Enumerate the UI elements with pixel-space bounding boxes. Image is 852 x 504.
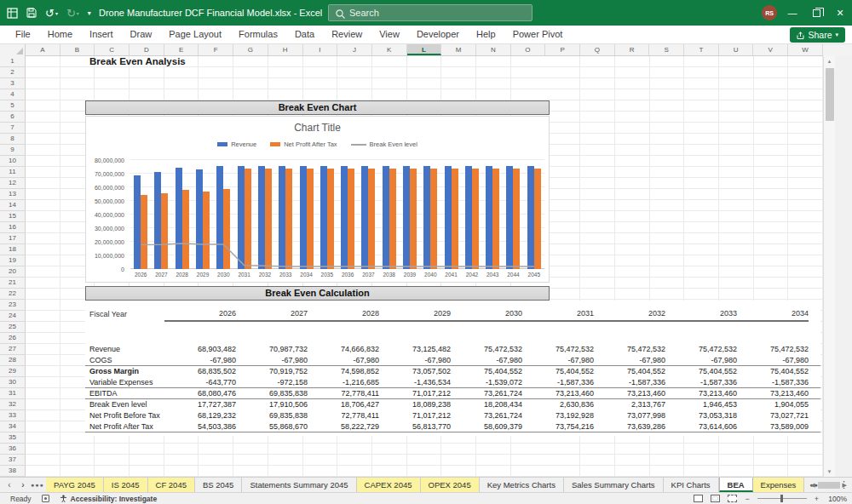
row-header-17[interactable]: 17	[0, 233, 26, 244]
table-cell[interactable]: 72,778,411	[308, 388, 379, 398]
column-header-F[interactable]: F	[199, 44, 233, 55]
table-cell[interactable]: 73,639,286	[594, 421, 665, 432]
zoom-in-button[interactable]: +	[815, 495, 819, 503]
row-header-21[interactable]: 21	[0, 278, 26, 289]
table-cell[interactable]: 73,077,998	[594, 410, 665, 421]
column-header-J[interactable]: J	[337, 44, 372, 55]
ribbon-tab-page-layout[interactable]: Page Layout	[160, 26, 230, 43]
hscroll-right-icon[interactable]: ▶	[843, 482, 847, 489]
row-header-35[interactable]: 35	[0, 432, 26, 444]
table-cell[interactable]: 73,053,318	[665, 410, 737, 421]
ribbon-tab-help[interactable]: Help	[468, 26, 504, 43]
table-cell[interactable]: 69,835,838	[236, 388, 308, 398]
column-header-P[interactable]: P	[545, 44, 580, 55]
row-header-9[interactable]: 9	[0, 145, 26, 156]
table-cell[interactable]: 68,080,476	[164, 388, 236, 398]
row-header-26[interactable]: 26	[0, 333, 26, 344]
column-header-V[interactable]: V	[753, 44, 788, 55]
table-cell[interactable]: 75,404,552	[522, 366, 594, 377]
zoom-level[interactable]: 100%	[826, 495, 847, 503]
share-button[interactable]: Share ▾	[790, 27, 845, 43]
table-cell[interactable]: 75,472,532	[451, 344, 522, 355]
row-header-23[interactable]: 23	[0, 300, 26, 311]
column-header-I[interactable]: I	[303, 44, 338, 55]
table-cell[interactable]: 73,192,928	[522, 410, 594, 421]
sheet-nav-right-icon[interactable]: ›	[17, 480, 29, 490]
zoom-slider-thumb[interactable]	[780, 495, 783, 502]
break-even-chart[interactable]: Chart Title RevenueNet Profit After TaxB…	[85, 116, 550, 283]
restore-button[interactable]	[804, 0, 828, 26]
row-header-38[interactable]: 38	[0, 466, 26, 477]
row-header-11[interactable]: 11	[0, 167, 26, 178]
sheet-nav-left-icon[interactable]: ‹	[3, 480, 15, 490]
ribbon-tab-insert[interactable]: Insert	[81, 26, 122, 43]
table-cell[interactable]: 68,835,502	[164, 366, 236, 377]
column-header-R[interactable]: R	[615, 44, 650, 55]
row-header-3[interactable]: 3	[0, 78, 26, 89]
page-break-view-button[interactable]	[728, 495, 737, 502]
column-header-U[interactable]: U	[719, 44, 754, 55]
table-cell[interactable]: 73,213,460	[522, 388, 594, 398]
table-cell[interactable]: 71,017,212	[379, 410, 451, 421]
table-cell[interactable]: 75,404,552	[451, 366, 522, 377]
table-cell[interactable]: 73,125,482	[379, 344, 451, 355]
table-cell[interactable]: 69,835,838	[236, 410, 308, 421]
table-cell[interactable]: 73,589,009	[737, 421, 809, 432]
table-cell[interactable]: 58,609,379	[451, 421, 522, 432]
column-header-N[interactable]: N	[476, 44, 511, 55]
minimize-button[interactable]: —	[780, 0, 804, 26]
table-cell[interactable]: -1,216,685	[308, 377, 379, 387]
table-cell[interactable]: 73,213,460	[594, 388, 665, 398]
ribbon-tab-developer[interactable]: Developer	[408, 26, 468, 43]
table-cell[interactable]: -67,980	[451, 355, 522, 365]
zoom-out-button[interactable]: −	[745, 495, 749, 503]
row-header-28[interactable]: 28	[0, 355, 26, 366]
row-header-20[interactable]: 20	[0, 266, 26, 278]
row-header-25[interactable]: 25	[0, 322, 26, 333]
sheet-tab-opex-2045[interactable]: OPEX 2045	[421, 478, 480, 492]
select-all-corner[interactable]	[0, 44, 26, 56]
table-cell[interactable]: 73,213,460	[737, 388, 809, 398]
sheet-tab-key-metrics-charts[interactable]: Key Metrics Charts	[480, 478, 564, 492]
table-cell[interactable]: -1,587,336	[737, 377, 809, 387]
sheet-tab-is-2045[interactable]: IS 2045	[104, 478, 148, 492]
table-cell[interactable]: 75,404,552	[665, 366, 737, 377]
sheet-tab-bs-2045[interactable]: BS 2045	[195, 478, 242, 492]
row-header-8[interactable]: 8	[0, 134, 26, 145]
row-header-12[interactable]: 12	[0, 178, 26, 189]
vertical-scroll-thumb[interactable]	[826, 68, 834, 121]
table-cell[interactable]: 68,129,232	[164, 410, 236, 421]
column-header-T[interactable]: T	[684, 44, 719, 55]
horizontal-scrollbar[interactable]: ◀ ▶	[810, 478, 847, 493]
row-header-22[interactable]: 22	[0, 289, 26, 300]
scroll-down-icon[interactable]: ▼	[824, 467, 835, 477]
table-cell[interactable]: -1,587,336	[594, 377, 665, 387]
row-header-30[interactable]: 30	[0, 377, 26, 388]
table-cell[interactable]: -67,980	[308, 355, 379, 365]
table-cell[interactable]: -67,980	[379, 355, 451, 365]
table-cell[interactable]: 73,027,721	[737, 410, 809, 421]
scroll-up-icon[interactable]: ▲	[824, 56, 835, 66]
row-header-31[interactable]: 31	[0, 388, 26, 399]
table-cell[interactable]: 17,727,387	[164, 399, 236, 410]
sheet-tab-payg-2045[interactable]: PAYG 2045	[46, 478, 104, 492]
table-cell[interactable]: -67,980	[737, 355, 809, 365]
column-header-S[interactable]: S	[649, 44, 684, 55]
table-cell[interactable]: 56,813,770	[379, 421, 451, 432]
sheet-tab-kpi-charts[interactable]: KPI Charts	[664, 478, 719, 492]
ribbon-tab-draw[interactable]: Draw	[122, 26, 161, 43]
table-cell[interactable]: 17,910,506	[236, 399, 308, 410]
undo-dropdown-icon[interactable]: ▾	[55, 10, 58, 16]
row-header-34[interactable]: 34	[0, 421, 26, 432]
row-header-33[interactable]: 33	[0, 410, 26, 421]
table-cell[interactable]: -1,436,534	[379, 377, 451, 387]
row-header-24[interactable]: 24	[0, 311, 26, 322]
row-header-10[interactable]: 10	[0, 156, 26, 167]
redo-dropdown-icon[interactable]: ▾	[77, 10, 79, 16]
table-cell[interactable]: 73,057,502	[379, 366, 451, 377]
search-input[interactable]	[349, 8, 511, 18]
column-header-M[interactable]: M	[441, 44, 476, 55]
sheet-tab-statements-summary-2045[interactable]: Statements Summary 2045	[242, 478, 356, 492]
column-header-D[interactable]: D	[130, 44, 164, 55]
table-cell[interactable]: -67,980	[164, 355, 236, 365]
